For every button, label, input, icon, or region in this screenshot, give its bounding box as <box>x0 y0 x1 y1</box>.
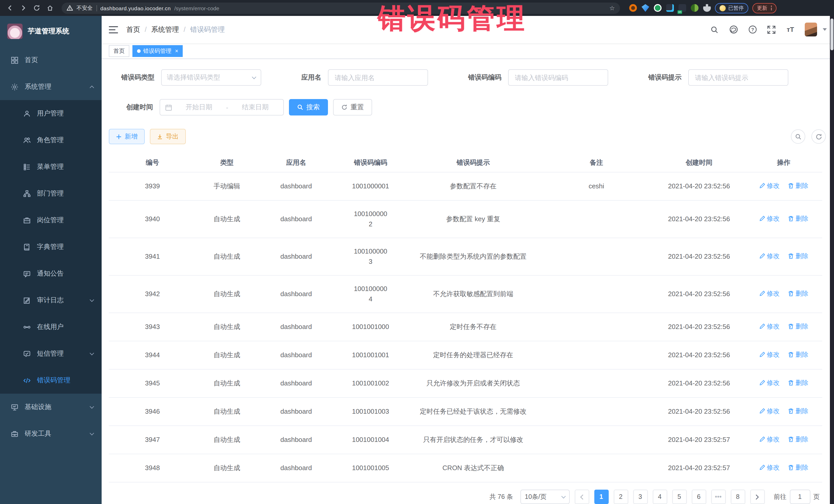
edit-row-button[interactable]: 修改 <box>759 251 780 261</box>
sidebar-item-菜单管理[interactable]: 菜单管理 <box>0 153 102 180</box>
goto-label: 前往 <box>774 492 787 501</box>
profile-paused-badge[interactable]: 已暂停 <box>715 3 748 13</box>
sidebar-item-角色管理[interactable]: 角色管理 <box>0 127 102 153</box>
goto-page-input[interactable] <box>790 490 810 504</box>
page-button-4[interactable]: 4 <box>653 490 667 504</box>
extension-icon-on[interactable]: on <box>679 4 686 12</box>
delete-row-button[interactable]: 删除 <box>788 462 808 473</box>
delete-row-button[interactable]: 删除 <box>788 181 808 191</box>
sidebar-item-短信管理[interactable]: 短信管理 <box>0 340 102 367</box>
extension-icon-gem[interactable] <box>641 4 649 12</box>
page-button-5[interactable]: 5 <box>672 490 686 504</box>
page-button-1[interactable]: 1 <box>594 490 609 504</box>
header-search-icon[interactable] <box>710 25 719 34</box>
app-name-input[interactable] <box>334 73 422 82</box>
error-code-input[interactable] <box>514 73 602 82</box>
delete-row-button[interactable]: 删除 <box>788 214 808 224</box>
extension-icon-key[interactable] <box>691 4 699 12</box>
prev-page-button[interactable] <box>575 490 589 504</box>
edit-row-button[interactable]: 修改 <box>759 181 780 191</box>
sidebar-item-基础设施[interactable]: 基础设施 <box>0 394 102 420</box>
add-button[interactable]: 新增 <box>109 129 145 144</box>
breadcrumb-home[interactable]: 首页 <box>126 25 140 34</box>
address-bar[interactable]: 不安全 dashboard.yudao.iocoder.cn/system/er… <box>62 2 620 14</box>
page-size-select[interactable]: 10条/页 <box>520 490 569 504</box>
app-logo-row[interactable]: 芋道管理系统 <box>0 16 102 47</box>
browser-menu-icon[interactable] <box>771 6 772 10</box>
edit-row-button[interactable]: 修改 <box>759 350 780 360</box>
sidebar-item-研发工具[interactable]: 研发工具 <box>0 420 102 447</box>
user-menu-caret-icon[interactable] <box>823 28 827 31</box>
page-scrollbar[interactable] <box>830 16 834 504</box>
sidebar-item-部门管理[interactable]: 部门管理 <box>0 180 102 207</box>
search-button[interactable]: 搜索 <box>289 99 328 115</box>
sidebar-item-用户管理[interactable]: 用户管理 <box>0 100 102 127</box>
fullscreen-icon[interactable] <box>767 25 776 34</box>
edit-row-button[interactable]: 修改 <box>759 406 780 416</box>
cell-time: 2021-04-20 23:52:56 <box>653 313 745 341</box>
extension-icon-puzzle[interactable] <box>703 4 711 12</box>
tag-home[interactable]: 首页 <box>109 45 129 57</box>
delete-row-button[interactable]: 删除 <box>788 251 808 261</box>
delete-row-button[interactable]: 删除 <box>788 406 808 416</box>
github-icon[interactable] <box>729 25 738 34</box>
error-msg-input[interactable] <box>694 73 783 82</box>
sidebar-item-在线用户[interactable]: 在线用户 <box>0 313 102 340</box>
sidebar-item-通知公告[interactable]: 通知公告 <box>0 260 102 287</box>
cell-msg: CRON 表达式不正确 <box>407 454 540 482</box>
edit-row-button[interactable]: 修改 <box>759 462 780 473</box>
more-pages-button[interactable]: ••• <box>711 490 725 504</box>
tag-close-icon[interactable]: × <box>175 48 178 54</box>
delete-row-button[interactable]: 删除 <box>788 378 808 388</box>
cell-code: 100100000 3 <box>335 238 407 275</box>
delete-row-button[interactable]: 删除 <box>788 350 808 360</box>
chevron-down-icon <box>90 351 94 355</box>
user-avatar[interactable] <box>805 23 817 37</box>
export-button[interactable]: 导出 <box>150 129 186 144</box>
scrollbar-thumb[interactable] <box>830 19 833 50</box>
browser-back-icon[interactable] <box>5 3 14 13</box>
sidebar-item-字典管理[interactable]: 字典管理 <box>0 234 102 260</box>
browser-forward-icon[interactable] <box>19 3 28 13</box>
security-label[interactable]: 不安全 <box>76 4 93 12</box>
text-size-icon[interactable]: ᴛT <box>786 25 795 34</box>
sidebar-item-首页[interactable]: 首页 <box>0 47 102 73</box>
sidebar-item-审计日志[interactable]: 审计日志 <box>0 287 102 313</box>
error-type-select[interactable]: 请选择错误码类型 <box>161 69 261 86</box>
toggle-search-icon[interactable] <box>791 129 805 144</box>
create-time-range-picker[interactable]: 开始日期 - 结束日期 <box>160 99 284 115</box>
docs-help-icon[interactable]: ? <box>748 25 757 34</box>
extension-icon-squares[interactable] <box>666 4 674 12</box>
edit-row-button[interactable]: 修改 <box>759 434 780 444</box>
page-button-6[interactable]: 6 <box>692 490 706 504</box>
cell-remark <box>540 313 653 341</box>
sidebar-item-label: 首页 <box>25 56 93 65</box>
browser-reload-icon[interactable] <box>32 3 41 13</box>
page-button-3[interactable]: 3 <box>633 490 648 504</box>
browser-update-button[interactable]: 更新 <box>752 3 776 13</box>
page-button-8[interactable]: 8 <box>730 490 745 504</box>
tag-error-code[interactable]: 错误码管理 × <box>132 45 183 57</box>
reset-button[interactable]: 重置 <box>333 99 372 115</box>
browser-home-icon[interactable] <box>45 3 54 13</box>
extension-icon-green-v[interactable] <box>654 4 662 12</box>
next-page-button[interactable] <box>750 490 765 504</box>
refresh-table-icon[interactable] <box>811 129 826 144</box>
delete-row-button[interactable]: 删除 <box>788 321 808 332</box>
cell-remark <box>540 275 653 313</box>
page-button-2[interactable]: 2 <box>614 490 628 504</box>
breadcrumb-system[interactable]: 系统管理 <box>151 25 179 34</box>
sidebar-item-错误码管理[interactable]: 错误码管理 <box>0 367 102 394</box>
bookmark-star-icon[interactable]: ☆ <box>609 4 615 12</box>
sidebar-toggle-icon[interactable] <box>109 26 118 33</box>
extension-icon-orange[interactable] <box>629 4 637 12</box>
cell-code: 100100000 2 <box>335 200 407 238</box>
sidebar-item-系统管理[interactable]: 系统管理 <box>0 73 102 100</box>
sidebar-item-岗位管理[interactable]: 岗位管理 <box>0 207 102 234</box>
edit-row-button[interactable]: 修改 <box>759 378 780 388</box>
edit-row-button[interactable]: 修改 <box>759 214 780 224</box>
edit-row-button[interactable]: 修改 <box>759 321 780 332</box>
delete-row-button[interactable]: 删除 <box>788 288 808 299</box>
edit-row-button[interactable]: 修改 <box>759 288 780 299</box>
delete-row-button[interactable]: 删除 <box>788 434 808 444</box>
